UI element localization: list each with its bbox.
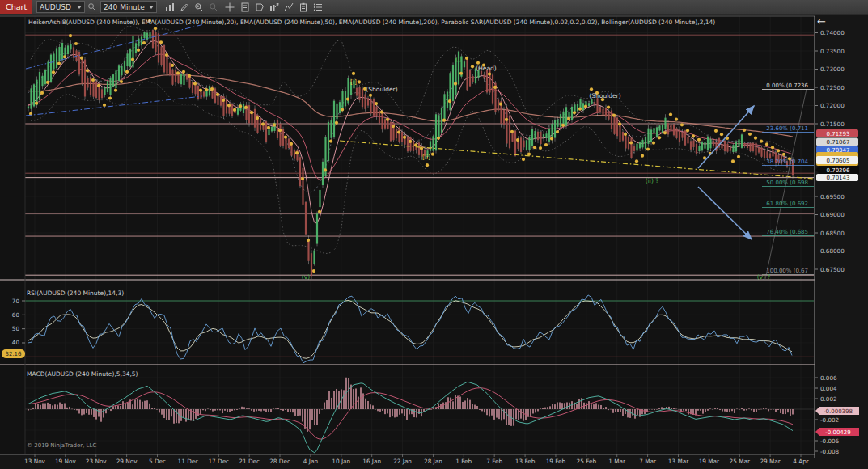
- rsi-tick-label: 50: [12, 325, 20, 332]
- date-label: 4 Jan: [303, 458, 318, 465]
- draw-tool-icon[interactable]: [179, 2, 189, 12]
- date-label: 28 Jan: [424, 458, 442, 465]
- date-label: 13 Feb: [515, 458, 536, 465]
- date-label: 13 Mar: [668, 458, 688, 465]
- price-tick-label: 0.67500: [820, 266, 845, 273]
- date-label: 4 Apr: [793, 458, 809, 465]
- fib-level-label: 0.00% (0.7236: [766, 82, 808, 89]
- price-tick-label: 0.72000: [820, 102, 845, 109]
- price-tick-label: 0.74000: [820, 29, 845, 36]
- zoom-in-icon[interactable]: [193, 2, 204, 12]
- rsi-tick-label: 40: [12, 339, 20, 346]
- fib-level-label: 23.60% (0.711: [766, 125, 808, 132]
- date-label: 25 Feb: [577, 458, 597, 465]
- chart-trader-icon[interactable]: [298, 2, 308, 12]
- macd-tick-label: 0.004: [820, 385, 837, 392]
- macd-tick-label: 0.006: [820, 374, 837, 382]
- date-label: 16 Jan: [362, 458, 381, 465]
- date-label: 5 Dec: [149, 458, 166, 465]
- price-tick-label: 0.73500: [820, 48, 845, 55]
- date-label: 1 Feb: [455, 458, 472, 465]
- wave-annotation: [i]: [350, 78, 357, 86]
- wave-annotation: (i): [455, 56, 462, 63]
- price-tick-label: 0.68000: [820, 247, 845, 255]
- date-label: 23 Nov: [86, 458, 108, 465]
- properties-icon[interactable]: [312, 2, 323, 12]
- price-badge-label: 0.70143: [827, 175, 850, 181]
- price-tick-label: 0.71500: [820, 120, 845, 128]
- chart-style-icon[interactable]: [164, 2, 175, 12]
- toolbar: Chart AUDUSD 240 Minute: [0, 0, 868, 15]
- fib-level-label: 38.20% (0.704: [766, 158, 808, 165]
- price-badge-label: 0.71067: [827, 139, 850, 146]
- chart-canvas[interactable]: 13 Nov19 Nov23 Nov29 Nov5 Dec11 Dec17 De…: [0, 0, 868, 469]
- wave-annotation: (ii) ?: [646, 177, 658, 184]
- alerts-icon[interactable]: [254, 2, 265, 12]
- interval-value: 240 Minute: [104, 3, 145, 11]
- wave-annotation: (Head): [476, 65, 497, 72]
- price-tick-label: 0.69000: [820, 211, 845, 218]
- macd-tick-label: 0.002: [820, 395, 837, 403]
- fib-level-label: 50.00% (0.698: [766, 180, 808, 186]
- date-label: 29 Mar: [760, 458, 780, 465]
- data-series-icon[interactable]: [239, 2, 250, 12]
- date-label: 17 Dec: [208, 458, 229, 465]
- price-badge-label: -0.00429: [825, 429, 850, 436]
- wave-annotation: (Shoulder): [589, 92, 620, 99]
- crosshair-icon[interactable]: [224, 2, 235, 12]
- date-label: 28 Dec: [269, 458, 290, 465]
- wave-annotation: (Shoulder): [366, 86, 397, 93]
- date-label: 19 Mar: [699, 458, 719, 465]
- date-label: 22 Jan: [393, 458, 412, 465]
- price-tick-label: 0.68500: [820, 230, 845, 237]
- price-tick-label: 0.69500: [820, 193, 845, 201]
- date-label: 10 Jan: [332, 458, 350, 465]
- macd-tick-label: -0.002: [820, 416, 839, 424]
- date-label: 7 Feb: [486, 458, 502, 465]
- macd-tick-label: -0.006: [820, 437, 840, 445]
- fib-level-label: 100.00% (0.67: [766, 268, 808, 274]
- price-badge-label: 0.70605: [827, 158, 850, 164]
- price-badge-label: -0.000398: [824, 408, 853, 415]
- scroll-to-latest-icon[interactable]: ←: [817, 17, 826, 27]
- date-label: 19 Feb: [546, 458, 566, 465]
- chevron-down-icon: [77, 6, 82, 9]
- price-tick-label: 0.73000: [820, 65, 845, 73]
- price-badge-label: 0.70296: [827, 167, 850, 174]
- rsi-tick-label: 70: [12, 298, 20, 305]
- date-label: 7 Mar: [639, 458, 656, 465]
- date-label: 19 Nov: [55, 458, 77, 465]
- rsi-tick-label: 60: [12, 311, 20, 319]
- wave-annotation: [ii]: [422, 154, 430, 161]
- instrument-search-icon[interactable]: [87, 2, 97, 12]
- chevron-down-icon: [149, 6, 154, 9]
- svg-text:32.16: 32.16: [5, 351, 22, 357]
- date-label: 25 Mar: [730, 458, 750, 465]
- fib-level-label: 76.40% (0.685: [766, 229, 808, 235]
- instrument-selector[interactable]: AUDUSD: [36, 1, 85, 13]
- date-label: 13 Nov: [24, 458, 46, 465]
- macd-tick-label: -0.008: [820, 448, 840, 455]
- trendline-icon[interactable]: [283, 2, 294, 12]
- interval-selector[interactable]: 240 Minute: [100, 1, 157, 13]
- indicators-icon[interactable]: [269, 2, 279, 12]
- instrument-value: AUDUSD: [40, 3, 71, 11]
- date-label: 1 Mar: [608, 458, 625, 465]
- date-label: 29 Nov: [116, 458, 138, 465]
- fib-level-label: 61.80% (0.692: [766, 201, 808, 207]
- date-label: 11 Dec: [178, 458, 199, 465]
- zoom-out-icon: [208, 2, 218, 12]
- ninjatrader-chart-window: { "toolbar":{ "tab_label":"Chart", "inst…: [0, 0, 868, 469]
- tab-chart[interactable]: Chart: [0, 0, 32, 14]
- price-tick-label: 0.72500: [820, 84, 845, 91]
- price-badge-label: 0.71293: [827, 131, 850, 137]
- date-label: 21 Dec: [239, 458, 260, 465]
